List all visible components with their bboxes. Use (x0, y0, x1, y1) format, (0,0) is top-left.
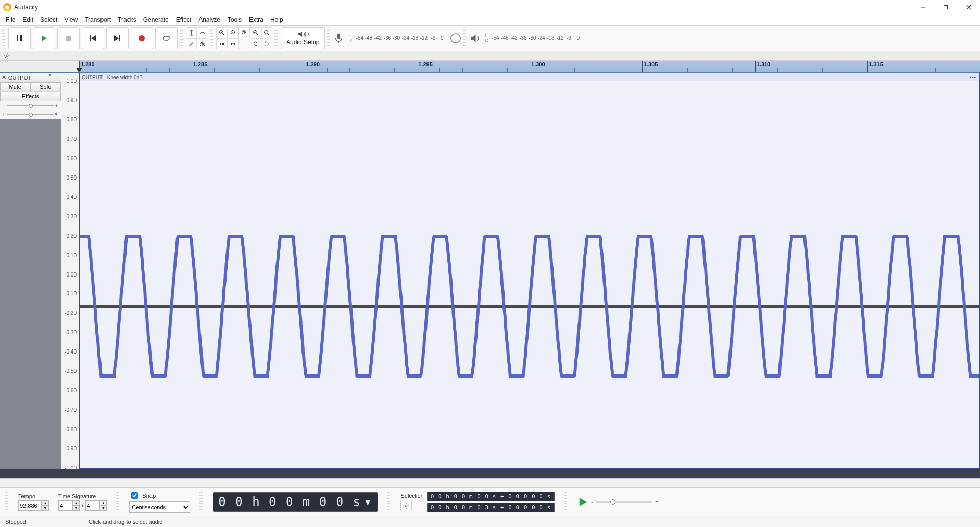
toolbar-grip[interactable] (2, 29, 5, 48)
toolbar-grip[interactable] (116, 492, 119, 512)
zoom-out-button[interactable] (228, 27, 239, 38)
track-control-panel: ✕ OUTPUT ˄ ⋯ Mute Solo Effects - + L R (0, 73, 61, 469)
svg-line-30 (245, 34, 247, 35)
toolbar-grip[interactable] (463, 29, 466, 48)
skip-end-button[interactable] (106, 27, 129, 49)
menu-select[interactable]: Select (37, 15, 61, 24)
maximize-button[interactable] (934, 0, 957, 14)
menu-generate[interactable]: Generate (140, 15, 172, 24)
playback-speed-slider[interactable] (596, 501, 652, 503)
tracks-area: ✕ OUTPUT ˄ ⋯ Mute Solo Effects - + L R 1… (0, 73, 980, 469)
selection-tool-button[interactable] (186, 27, 197, 38)
fit-selection-button[interactable] (239, 27, 250, 38)
svg-line-33 (257, 34, 258, 35)
solo-button[interactable]: Solo (31, 82, 61, 91)
toolbar-grip[interactable] (274, 29, 278, 48)
menu-view[interactable]: View (61, 15, 81, 24)
track-close-button[interactable]: ✕ (0, 74, 7, 81)
toolbar-grip[interactable] (327, 29, 330, 48)
tempo-input[interactable]: ▲▼ (18, 500, 49, 511)
status-state: Stopped. (5, 519, 28, 525)
svg-line-57 (5, 54, 6, 54)
play-button[interactable] (33, 27, 55, 49)
svg-rect-31 (243, 31, 245, 33)
mute-button[interactable]: Mute (0, 82, 31, 91)
timeline-pad (0, 61, 79, 72)
svg-point-50 (451, 33, 460, 42)
toolbar-grip[interactable] (564, 492, 567, 512)
window-title: Audacity (14, 4, 38, 11)
waveform-clip[interactable]: OUTPUT - Knee width 0dB ••• (79, 73, 980, 469)
svg-marker-10 (114, 35, 119, 41)
envelope-tool-button[interactable] (197, 27, 208, 38)
draw-tool-button[interactable] (186, 38, 197, 49)
pan-slider[interactable]: L R (0, 110, 61, 119)
toolbar-grip[interactable] (180, 29, 183, 48)
timeline-settings-button[interactable] (0, 53, 14, 59)
svg-line-23 (223, 34, 224, 35)
svg-rect-5 (20, 35, 22, 41)
track-name[interactable]: OUTPUT (7, 74, 46, 81)
svg-marker-47 (308, 33, 309, 35)
audio-setup-button[interactable]: Audio Setup (281, 27, 325, 49)
svg-rect-41 (231, 43, 232, 45)
app-icon (3, 3, 11, 11)
silence-button[interactable] (228, 38, 239, 49)
toolbar-grip[interactable] (210, 29, 213, 48)
zoom-toggle-button[interactable] (261, 27, 272, 38)
clip-title: OUTPUT - Knee width 0dB (82, 74, 143, 80)
zoom-tools-grid (216, 27, 272, 49)
svg-line-59 (5, 57, 6, 58)
stop-button[interactable] (57, 27, 80, 49)
svg-marker-6 (42, 35, 47, 41)
svg-rect-8 (90, 35, 91, 41)
undo-button[interactable] (250, 38, 261, 49)
redo-button[interactable] (261, 38, 272, 49)
minimize-button[interactable] (911, 0, 934, 14)
svg-rect-40 (222, 43, 224, 45)
menu-edit[interactable]: Edit (19, 15, 37, 24)
clip-menu-button[interactable]: ••• (966, 74, 979, 80)
svg-marker-35 (254, 32, 255, 33)
audio-setup-label: Audio Setup (286, 39, 319, 46)
zoom-in-button[interactable] (216, 27, 228, 38)
toolbar-grip[interactable] (199, 492, 203, 512)
amplitude-scale[interactable]: 1.000.900.800.700.600.500.400.300.200.10… (61, 73, 79, 469)
multi-tool-button[interactable] (197, 38, 208, 49)
loop-button[interactable] (155, 27, 178, 49)
tempo-up[interactable]: ▲ (42, 500, 49, 506)
menu-file[interactable]: File (2, 15, 19, 24)
record-meter[interactable]: LR -54-48-42-36-30-24-18-12-60 (333, 27, 461, 49)
fit-project-button[interactable] (250, 27, 261, 38)
menu-help[interactable]: Help (267, 15, 287, 24)
trim-button[interactable] (216, 38, 228, 49)
skip-start-button[interactable] (82, 27, 104, 49)
tempo-down[interactable]: ▼ (42, 506, 49, 511)
menu-extra[interactable]: Extra (245, 15, 267, 24)
svg-point-37 (265, 30, 268, 34)
timesig-num-input[interactable]: ▲▼ (58, 500, 80, 511)
record-button[interactable] (131, 27, 153, 49)
waveform-canvas[interactable] (80, 81, 979, 527)
record-meter-lr: LR (348, 34, 352, 43)
menu-tools[interactable]: Tools (224, 15, 245, 24)
track-menu-button[interactable]: ⋯ (54, 74, 61, 81)
gain-slider[interactable]: - + (0, 101, 61, 110)
toolbar-grip[interactable] (5, 492, 8, 512)
menu-analyze[interactable]: Analyze (195, 15, 224, 24)
timeline-ruler[interactable]: 1.2801.2851.2901.2951.3001.3051.3101.315… (0, 61, 980, 73)
playback-meter[interactable]: LR -54-48-42-36-30-24-18-12-60 (469, 27, 583, 49)
menubar: FileEditSelectViewTransportTracksGenerat… (0, 14, 980, 26)
svg-rect-13 (163, 36, 169, 40)
track-collapse-button[interactable]: ˄ (46, 74, 54, 81)
close-button[interactable] (957, 0, 980, 14)
menu-effect[interactable]: Effect (172, 15, 195, 24)
svg-point-29 (242, 30, 246, 34)
pause-button[interactable] (8, 27, 31, 49)
record-meter-menu-icon[interactable] (450, 33, 461, 44)
menu-transport[interactable]: Transport (81, 15, 114, 24)
menu-tracks[interactable]: Tracks (114, 15, 140, 24)
toolbar-grip[interactable] (387, 492, 390, 512)
svg-rect-39 (220, 43, 221, 45)
effects-button[interactable]: Effects (0, 92, 61, 101)
